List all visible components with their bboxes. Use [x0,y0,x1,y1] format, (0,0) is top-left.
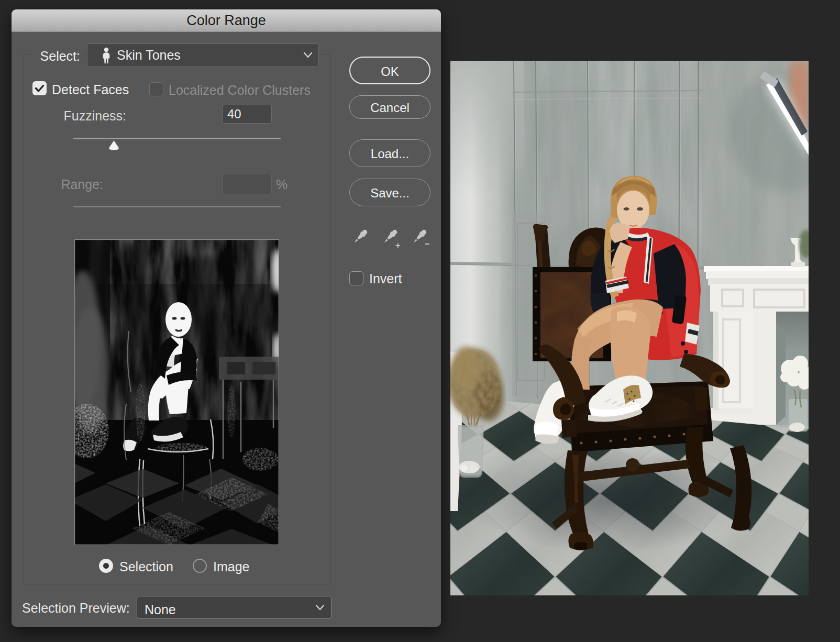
svg-text:−: − [425,239,429,249]
svg-text:+: + [395,241,400,249]
